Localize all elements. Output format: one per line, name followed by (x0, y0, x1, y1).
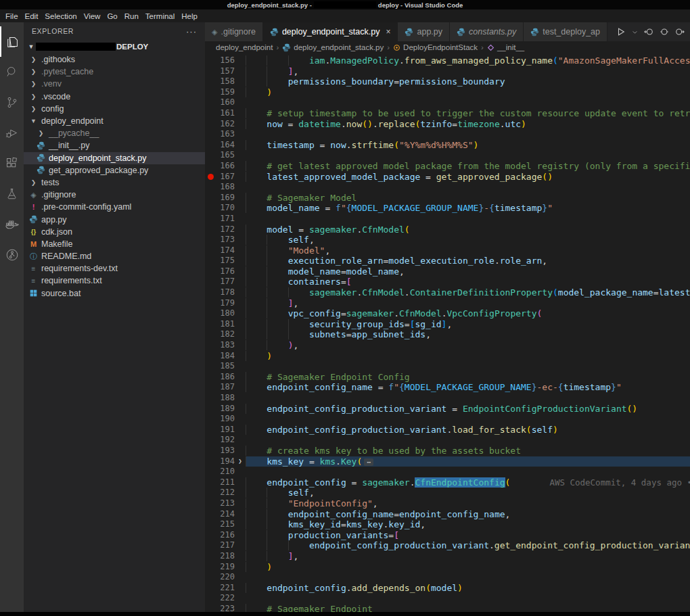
breadcrumb--init-[interactable]: __init__ (487, 43, 524, 51)
glyph-margin[interactable] (205, 519, 216, 530)
explorer-item--pre-commit-config-yaml[interactable]: !.pre-commit-config.yaml (24, 201, 205, 213)
code-line-189[interactable]: 189 endpoint_config_production_variant =… (205, 404, 690, 414)
glyph-margin[interactable] (205, 540, 216, 551)
glyph-margin[interactable] (205, 593, 216, 604)
code-line-219[interactable]: 219 ) (205, 562, 690, 573)
code-line-166[interactable]: 166 # get latest approved model package … (205, 161, 690, 172)
glyph-margin[interactable] (205, 150, 216, 161)
code-line-169[interactable]: 169 # Sagemaker Model (205, 193, 690, 204)
run-dropdown-button[interactable] (632, 29, 638, 35)
code-line-193[interactable]: 193 # create kms key to be used by the a… (205, 446, 690, 456)
code-line-182[interactable]: 182 subnets=app_subnet_ids, (205, 329, 690, 340)
glyph-margin[interactable] (205, 382, 216, 393)
run-debug-icon[interactable] (0, 118, 24, 148)
code-line-212[interactable]: 212 self, (205, 488, 690, 498)
tab--gitignore[interactable]: ◈.gitignore (205, 22, 263, 41)
code-line-163[interactable]: 163 (205, 129, 690, 140)
code-line-158[interactable]: 158 permissions_boundary=permissions_bou… (205, 76, 690, 87)
explorer-item--pycache-[interactable]: ❯__pycache__ (24, 127, 205, 139)
code-line-160[interactable]: 160 (205, 97, 690, 108)
glyph-margin[interactable] (205, 55, 216, 66)
glyph-margin[interactable] (205, 193, 216, 204)
source-control-icon[interactable] (0, 87, 24, 118)
code-line-167[interactable]: 167 latest_approved_model_package = get_… (205, 172, 690, 183)
docker-icon[interactable] (0, 209, 24, 239)
code-line-180[interactable]: 180 vpc_config=sagemaker.CfnModel.VpcCon… (205, 308, 690, 319)
code-line-179[interactable]: 179 ], (205, 298, 690, 309)
explorer-item-readme-md[interactable]: ⓘREADME.md (24, 250, 205, 262)
code-line-165[interactable]: 165 (205, 150, 690, 161)
close-icon[interactable]: × (386, 27, 390, 37)
code-line-217[interactable]: 217 endpoint_config_production_variant.g… (205, 540, 690, 551)
code-line-211[interactable]: 211 endpoint_config = sagemaker.CfnEndpo… (205, 477, 690, 488)
glyph-margin[interactable] (205, 245, 216, 256)
explorer-item--venv[interactable]: ❯.venv (24, 78, 205, 90)
glyph-margin[interactable] (205, 266, 216, 277)
breakpoint-icon[interactable] (205, 172, 216, 183)
code-line-184[interactable]: 184 ) (205, 351, 690, 362)
code-line-190[interactable]: 190 (205, 414, 690, 425)
code-line-194[interactable]: 194❯ kms_key = kms.Key(⋯ (205, 456, 690, 467)
glyph-margin[interactable] (205, 129, 216, 140)
test-beaker-icon[interactable] (0, 179, 24, 209)
code-line-221[interactable]: 221 endpoint_config.add_depends_on(model… (205, 583, 690, 594)
code-line-191[interactable]: 191 endpoint_config_production_variant.l… (205, 425, 690, 435)
glyph-margin[interactable] (205, 488, 216, 498)
code-line-214[interactable]: 214 endpoint_config_name=endpoint_config… (205, 509, 690, 520)
code-line-210[interactable]: 210 (205, 467, 690, 477)
glyph-margin[interactable] (205, 477, 216, 488)
glyph-margin[interactable] (205, 351, 216, 362)
glyph-margin[interactable] (205, 140, 216, 151)
explorer-item-tests[interactable]: ❯tests (24, 176, 205, 189)
git-graph-icon[interactable] (0, 239, 24, 270)
explorer-item-get-approved-package-py[interactable]: get_approved_package.py (24, 164, 205, 176)
glyph-margin[interactable] (205, 372, 216, 383)
glyph-margin[interactable] (205, 119, 216, 130)
explorer-item-makefile[interactable]: MMakefile (24, 238, 205, 250)
code-line-178[interactable]: 178 sagemaker.CfnModel.ContainerDefiniti… (205, 287, 690, 298)
breadcrumb-deployendpointstack[interactable]: DeployEndpointStack (393, 43, 478, 51)
tab-test-deploy-ap[interactable]: test_deploy_ap (524, 22, 607, 41)
glyph-margin[interactable] (205, 446, 216, 456)
menu-file[interactable]: File (2, 12, 22, 20)
menu-view[interactable]: View (80, 12, 104, 20)
fold-chevron-icon[interactable]: ❯ (235, 456, 246, 467)
code-line-187[interactable]: 187 endpoint_config_name = f"{MODEL_PACK… (205, 382, 690, 393)
code-line-174[interactable]: 174 "Model", (205, 245, 690, 256)
glyph-margin[interactable] (205, 551, 216, 562)
glyph-margin[interactable] (205, 287, 216, 298)
code-line-185[interactable]: 185 (205, 361, 690, 372)
code-line-186[interactable]: 186 # Sagemaker Endpoint Config (205, 372, 690, 383)
glyph-margin[interactable] (205, 530, 216, 541)
glyph-margin[interactable] (205, 498, 216, 509)
code-line-213[interactable]: 213 "EndpointConfig", (205, 498, 690, 509)
glyph-margin[interactable] (205, 256, 216, 266)
glyph-margin[interactable] (205, 308, 216, 319)
tab-constants-py[interactable]: constants.py (450, 22, 524, 41)
glyph-margin[interactable] (205, 340, 216, 351)
menu-terminal[interactable]: Terminal (142, 12, 178, 20)
glyph-margin[interactable] (205, 203, 216, 214)
tab-deploy-endpoint-stack-py[interactable]: deploy_endpoint_stack.py× (263, 22, 398, 41)
menu-run[interactable]: Run (121, 12, 142, 20)
code-line-172[interactable]: 172 model = sagemaker.CfnModel( (205, 224, 690, 235)
code-line-164[interactable]: 164 timestamp = now.strftime("%Y%m%d%H%M… (205, 140, 690, 151)
glyph-margin[interactable] (205, 235, 216, 245)
explorer-icon[interactable] (0, 26, 24, 57)
code-line-171[interactable]: 171 (205, 214, 690, 224)
glyph-margin[interactable] (205, 361, 216, 372)
glyph-margin[interactable] (205, 87, 216, 98)
glyph-margin[interactable] (205, 277, 216, 287)
code-line-215[interactable]: 215 kms_key_id=kms_key.key_id, (205, 519, 690, 530)
explorer-item--gitignore[interactable]: ◈.gitignore (24, 189, 205, 201)
glyph-margin[interactable] (205, 509, 216, 520)
menu-selection[interactable]: Selection (41, 12, 80, 20)
glyph-margin[interactable] (205, 456, 216, 467)
breadcrumb-deploy-endpoint-stack-py[interactable]: deploy_endpoint_stack.py (282, 43, 384, 52)
explorer-item-config[interactable]: ❯config (24, 103, 205, 115)
glyph-margin[interactable] (205, 404, 216, 414)
search-icon[interactable] (0, 57, 24, 87)
open-changes-icon[interactable] (660, 27, 669, 37)
code-line-181[interactable]: 181 security_group_ids=[sg_id], (205, 319, 690, 330)
glyph-margin[interactable] (205, 319, 216, 330)
